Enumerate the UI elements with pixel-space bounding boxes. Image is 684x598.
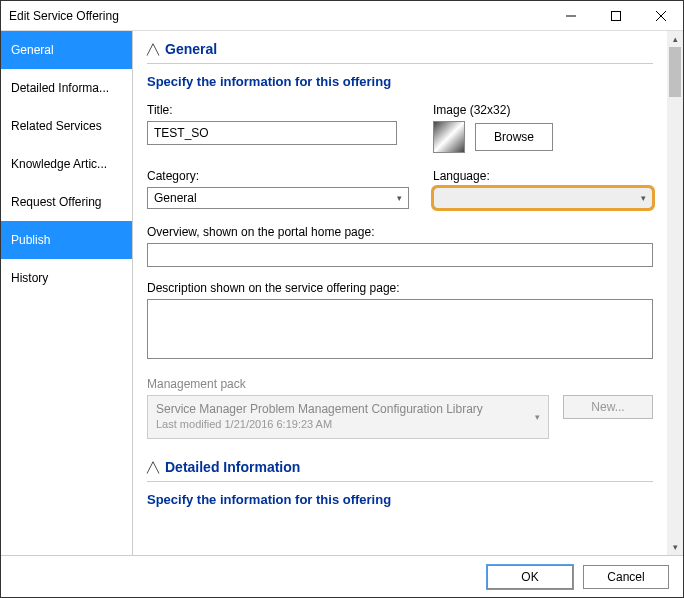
sidebar-item-publish[interactable]: Publish xyxy=(1,221,132,259)
image-label: Image (32x32) xyxy=(433,103,653,117)
chevron-up-icon: ╱╲ xyxy=(147,44,157,55)
cancel-button[interactable]: Cancel xyxy=(583,565,669,589)
section-title-detailed: Detailed Information xyxy=(165,459,300,475)
management-pack-modified: Last modified 1/21/2016 6:19:23 AM xyxy=(156,418,540,430)
chevron-down-icon: ▾ xyxy=(397,193,402,203)
sidebar-item-knowledge-articles[interactable]: Knowledge Artic... xyxy=(1,145,132,183)
sidebar-item-history[interactable]: History xyxy=(1,259,132,297)
footer: OK Cancel xyxy=(1,555,683,597)
category-dropdown[interactable]: General ▾ xyxy=(147,187,409,209)
section-subtitle-detailed: Specify the information for this offerin… xyxy=(147,482,653,521)
titlebar: Edit Service Offering xyxy=(1,1,683,31)
section-subtitle: Specify the information for this offerin… xyxy=(147,64,653,103)
management-pack-dropdown[interactable]: Service Manager Problem Management Confi… xyxy=(147,395,549,439)
sidebar-item-detailed-information[interactable]: Detailed Informa... xyxy=(1,69,132,107)
category-value: General xyxy=(154,191,197,205)
minimize-button[interactable] xyxy=(548,1,593,30)
category-label: Category: xyxy=(147,169,409,183)
edit-service-offering-window: Edit Service Offering General Detailed I… xyxy=(0,0,684,598)
content-wrap: ╱╲ General Specify the information for t… xyxy=(133,31,683,555)
scrollbar-thumb[interactable] xyxy=(669,47,681,97)
management-pack-label: Management pack xyxy=(147,377,653,391)
window-controls xyxy=(548,1,683,30)
scroll-up-icon[interactable]: ▴ xyxy=(667,31,683,47)
description-label: Description shown on the service offerin… xyxy=(147,281,653,295)
chevron-down-icon: ▾ xyxy=(535,412,540,422)
content-scroll[interactable]: ╱╲ General Specify the information for t… xyxy=(133,31,667,555)
close-button[interactable] xyxy=(638,1,683,30)
scroll-down-icon[interactable]: ▾ xyxy=(667,539,683,555)
chevron-up-icon: ╱╲ xyxy=(147,462,157,473)
browse-button[interactable]: Browse xyxy=(475,123,553,151)
sidebar-item-related-services[interactable]: Related Services xyxy=(1,107,132,145)
close-icon xyxy=(656,11,666,21)
sidebar: General Detailed Informa... Related Serv… xyxy=(1,31,133,555)
section-header-general[interactable]: ╱╲ General xyxy=(147,39,653,64)
svg-rect-1 xyxy=(611,11,620,20)
title-input[interactable] xyxy=(147,121,397,145)
maximize-button[interactable] xyxy=(593,1,638,30)
maximize-icon xyxy=(611,11,621,21)
body: General Detailed Informa... Related Serv… xyxy=(1,31,683,555)
management-pack-value: Service Manager Problem Management Confi… xyxy=(156,402,540,416)
section-title: General xyxy=(165,41,217,57)
ok-button[interactable]: OK xyxy=(487,565,573,589)
language-label: Language: xyxy=(433,169,653,183)
new-button[interactable]: New... xyxy=(563,395,653,419)
overview-label: Overview, shown on the portal home page: xyxy=(147,225,653,239)
description-input[interactable] xyxy=(147,299,653,359)
language-dropdown[interactable]: ▾ xyxy=(433,187,653,209)
window-title: Edit Service Offering xyxy=(9,9,548,23)
title-label: Title: xyxy=(147,103,409,117)
overview-input[interactable] xyxy=(147,243,653,267)
sidebar-item-general[interactable]: General xyxy=(1,31,132,69)
chevron-down-icon: ▾ xyxy=(641,193,646,203)
vertical-scrollbar[interactable]: ▴ ▾ xyxy=(667,31,683,555)
minimize-icon xyxy=(566,11,576,21)
image-preview xyxy=(433,121,465,153)
section-header-detailed[interactable]: ╱╲ Detailed Information xyxy=(147,457,653,482)
sidebar-item-request-offering[interactable]: Request Offering xyxy=(1,183,132,221)
